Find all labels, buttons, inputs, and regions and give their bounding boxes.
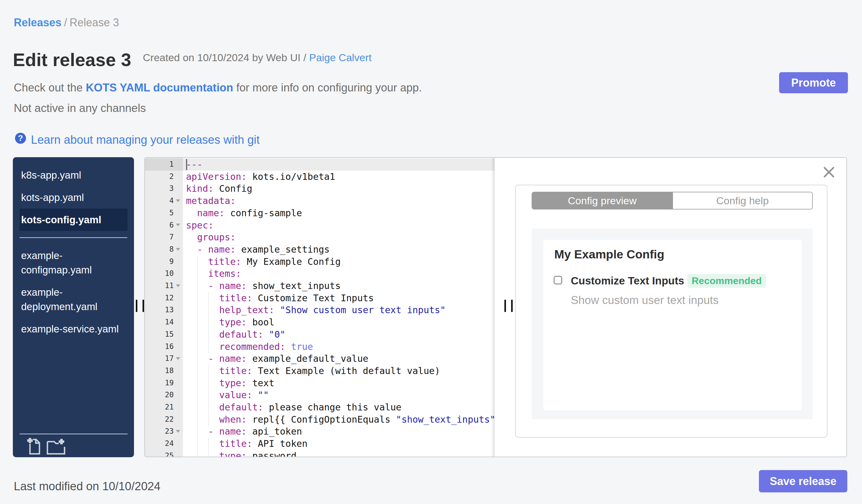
code-token (285, 341, 291, 352)
file-list: k8s-app.yamlkots-app.yamlkots-config.yam… (13, 157, 134, 340)
code-token: type: (219, 450, 247, 456)
code-token: kots.io/v1beta1 (247, 171, 335, 182)
created-text: Created on 10/10/2024 by Web UI / (143, 52, 309, 63)
code-token (186, 329, 219, 340)
file-item-example-configmap.yaml[interactable]: example-configmap.yaml (19, 244, 128, 281)
gutter-line-number: 9 (145, 256, 183, 268)
code-line-8: - name: example_settings (186, 243, 495, 256)
gutter-line-number: 15 (145, 329, 183, 341)
file-item-example-service.yaml[interactable]: example-service.yaml (19, 318, 128, 340)
code-token: title: (208, 256, 241, 267)
code-line-24: title: API token (186, 438, 495, 450)
sidebar-resize-handle[interactable] (136, 300, 144, 312)
code-token: kind: (186, 183, 213, 194)
code-token: spec: (186, 220, 213, 230)
code-token (186, 450, 219, 456)
code-line-16: recommended: true (186, 341, 495, 353)
code-token: - (208, 426, 219, 437)
git-releases-link[interactable]: Learn about managing your releases with … (31, 134, 260, 146)
gutter-line-number: 12 (145, 292, 183, 304)
code-token (186, 244, 197, 255)
close-icon[interactable] (823, 166, 835, 177)
code-line-2: apiVersion: kots.io/v1beta1 (186, 171, 495, 183)
promote-button[interactable]: Promote (779, 72, 848, 93)
file-item-k8s-app.yaml[interactable]: k8s-app.yaml (19, 164, 128, 186)
code-token (252, 389, 258, 400)
code-token: bool (247, 317, 274, 328)
code-token: - (197, 244, 208, 255)
code-token (186, 341, 219, 352)
kots-yaml-docs-link[interactable]: KOTS YAML documentation (86, 81, 233, 94)
indent-guide (197, 256, 198, 456)
close-x-glyph (823, 166, 835, 178)
code-line-12: title: Customize Text Inputs (186, 292, 495, 304)
config-preview-box: Config preview Config help My Example Co… (515, 185, 827, 438)
file-item-kots-config.yaml[interactable]: kots-config.yaml (19, 209, 128, 231)
editor-preview-panel: 1234567891011121314151617181920212223242… (144, 157, 847, 457)
breadcrumb-releases-link[interactable]: Releases (14, 16, 62, 29)
code-line-19: type: text (186, 377, 495, 389)
gutter-line-number: 19 (145, 377, 183, 389)
file-item-kots-app.yaml[interactable]: kots-app.yaml (19, 186, 128, 209)
breadcrumb-separator: / (64, 16, 67, 29)
save-release-button[interactable]: Save release (759, 470, 847, 492)
preview-resize-handle[interactable] (505, 300, 513, 312)
created-info: Created on 10/10/2024 by Web UI / Paige … (143, 52, 372, 63)
fold-arrow-icon[interactable] (176, 224, 180, 226)
gutter-line-number: 5 (145, 207, 183, 219)
created-author-link[interactable]: Paige Calvert (309, 52, 372, 63)
code-line-1: --- (186, 158, 495, 171)
fold-arrow-icon[interactable] (176, 248, 180, 251)
code-token: title: (219, 293, 252, 303)
code-token: please change this value (263, 402, 402, 413)
gutter-line-number: 16 (145, 341, 183, 353)
code-token: Text Example (with default value) (252, 366, 440, 376)
new-file-icon[interactable] (26, 438, 40, 456)
icon-path (59, 439, 64, 445)
fold-arrow-icon[interactable] (176, 357, 180, 360)
new-file-glyph (26, 438, 40, 455)
tab-config-help[interactable]: Config help (672, 193, 812, 209)
channel-status: Not active in any channels (14, 103, 146, 114)
fold-arrow-icon[interactable] (176, 430, 180, 433)
fold-arrow-icon[interactable] (176, 284, 180, 287)
gutter-line-number: 25 (145, 450, 183, 456)
code-token: type: (219, 378, 247, 388)
code-token: "Show custom user text inputs" (280, 305, 446, 315)
file-tree-actions (19, 434, 128, 457)
code-token: title: (219, 438, 252, 449)
code-token: - (208, 353, 219, 364)
gutter-line-number: 3 (145, 183, 183, 195)
gutter-line-number: 18 (145, 365, 183, 377)
config-tabs: Config preview Config help (532, 192, 813, 210)
docs-hint: Check out the KOTS YAML documentation fo… (14, 82, 422, 93)
code-token: name: (208, 244, 236, 255)
code-token (186, 366, 219, 376)
customize-text-inputs-checkbox[interactable] (554, 276, 562, 284)
code-token: name: (197, 208, 224, 218)
new-folder-glyph (47, 438, 65, 455)
code-line-25: type: password (186, 450, 495, 456)
gutter-line-number: 7 (145, 231, 183, 243)
drag-bar-icon (143, 300, 144, 312)
file-item-example-deployment.yaml[interactable]: example-deployment.yaml (19, 281, 128, 318)
editor-code-area[interactable]: ---apiVersion: kots.io/v1beta1kind: Conf… (183, 158, 495, 456)
code-token (274, 305, 280, 315)
code-token: when: (219, 414, 247, 425)
yaml-editor[interactable]: 1234567891011121314151617181920212223242… (145, 158, 495, 456)
editor-scroll-shadow (491, 158, 495, 456)
tab-config-preview[interactable]: Config preview (532, 193, 672, 209)
new-folder-icon[interactable] (47, 438, 65, 456)
code-token: Customize Text Inputs (252, 293, 374, 303)
code-token: example_default_value (247, 353, 368, 364)
code-token: text (247, 378, 274, 388)
code-token: My Example Config (241, 256, 341, 267)
code-token: "" (258, 389, 269, 400)
code-line-15: default: "0" (186, 329, 495, 341)
fold-arrow-icon[interactable] (176, 199, 180, 202)
code-line-18: title: Text Example (with default value) (186, 365, 495, 377)
indent-guide (208, 365, 209, 426)
gutter-line-number: 24 (145, 438, 183, 450)
code-line-4: metadata: (186, 195, 495, 207)
code-token (186, 402, 219, 413)
